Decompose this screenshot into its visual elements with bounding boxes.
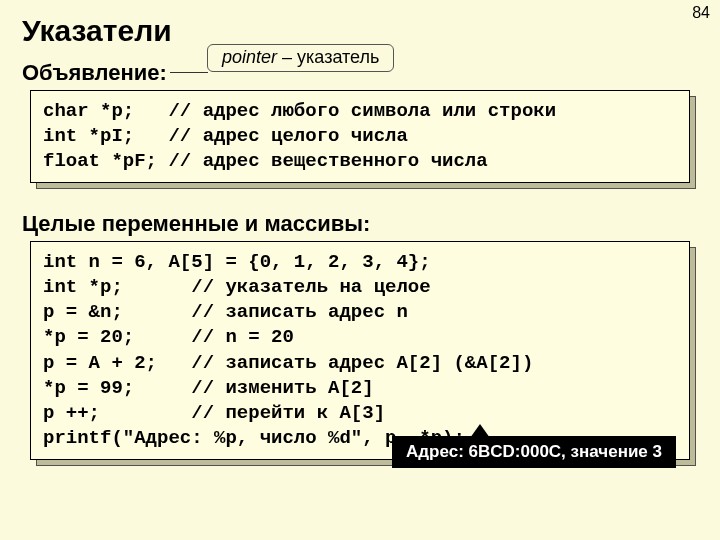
codebox-arrays: int n = 6, A[5] = {0, 1, 2, 3, 4}; int *… xyxy=(30,241,690,460)
subtitle-declaration: Объявление: xyxy=(22,60,167,86)
section-declaration: Объявление: pointer – указатель xyxy=(22,50,720,86)
page-title: Указатели xyxy=(22,14,720,48)
page-number: 84 xyxy=(692,4,710,22)
subtitle-arrays: Целые переменные и массивы: xyxy=(22,211,370,237)
code-arrays: int n = 6, A[5] = {0, 1, 2, 3, 4}; int *… xyxy=(30,241,690,460)
callout-italic: pointer xyxy=(222,47,277,67)
pointer-callout: pointer – указатель xyxy=(207,44,394,72)
section-arrays: Целые переменные и массивы: xyxy=(22,201,720,237)
code-declaration: char *p; // адрес любого символа или стр… xyxy=(30,90,690,183)
callout-rest: – указатель xyxy=(277,47,379,67)
result-callout: Адрес: 6BCD:000C, значение 3 xyxy=(392,436,676,468)
codebox-declaration: char *p; // адрес любого символа или стр… xyxy=(30,90,690,183)
callout-connector xyxy=(170,72,208,73)
